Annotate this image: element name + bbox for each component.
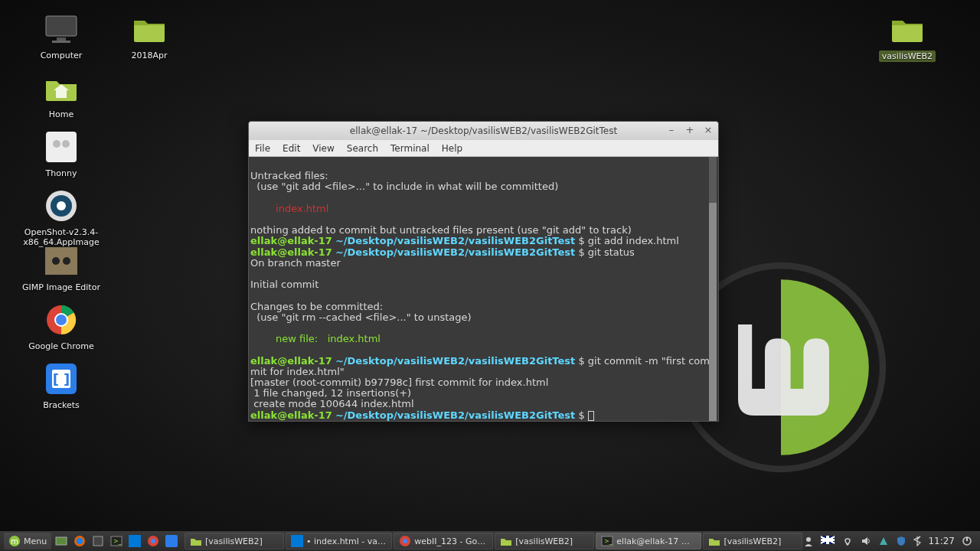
menu-terminal[interactable]: Terminal [390, 143, 430, 154]
menu-help[interactable]: Help [442, 143, 462, 154]
svg-point-29 [151, 539, 155, 543]
mint-menu-icon: m [8, 535, 21, 547]
label: 2018Apr [131, 51, 167, 60]
label: Home [49, 109, 74, 119]
chrome-icon [147, 535, 159, 547]
scrollbar[interactable] [709, 157, 717, 421]
menu-file[interactable]: File [255, 143, 270, 154]
chrome-icon [43, 302, 80, 338]
folder-icon [889, 11, 926, 47]
volume-icon[interactable] [861, 536, 871, 546]
keyboard-layout-indicator[interactable] [821, 536, 835, 546]
cursor [588, 411, 594, 421]
show-desktop-button[interactable] [53, 533, 70, 549]
svg-rect-3 [52, 41, 70, 43]
svg-point-6 [62, 140, 70, 148]
minimize-button[interactable]: – [666, 124, 677, 135]
svg-rect-24 [93, 536, 103, 546]
launcher-terminal[interactable]: >_ [108, 533, 125, 549]
label: ellak@ellak-17 ~/… [616, 536, 696, 546]
wifi-icon[interactable] [841, 536, 854, 546]
menu-view[interactable]: View [312, 143, 334, 154]
launcher-vscode[interactable] [126, 533, 143, 549]
svg-point-33 [403, 539, 407, 543]
svg-text:>_: >_ [604, 538, 613, 545]
clock[interactable]: 11:27 [928, 536, 955, 546]
taskbar-window-2[interactable]: • index.html - vas… [286, 533, 392, 549]
svg-point-37 [847, 543, 849, 546]
label: [vasilisWEB2] [724, 536, 781, 546]
menu-edit[interactable]: Edit [283, 143, 300, 154]
desktop-icon-vasilisweb2[interactable]: vasilisWEB2 [873, 8, 942, 65]
taskbar-window-1[interactable]: [vasilisWEB2] [185, 533, 284, 549]
desktop-icon-openshot[interactable]: OpenShot-v2.3.4-x86_64.AppImage [11, 184, 111, 250]
label: GIMP Image Editor [22, 282, 100, 292]
vscode-icon [129, 535, 141, 547]
terminal-body[interactable]: Untracked files: (use "git add <file>...… [249, 157, 718, 421]
launcher-chrome[interactable] [145, 533, 162, 549]
session-icon[interactable] [962, 536, 972, 546]
svg-text:>_: >_ [113, 538, 122, 545]
desktop-icon-brackets[interactable]: [ ] Brackets [11, 357, 111, 413]
svg-point-15 [56, 315, 67, 325]
svg-rect-10 [45, 247, 77, 275]
thonny-icon [43, 129, 80, 165]
svg-point-5 [53, 140, 60, 148]
chrome-icon [399, 535, 411, 547]
label: Computer [41, 51, 83, 60]
svg-text:[ ]: [ ] [53, 371, 70, 387]
desktop-icon-2018apr[interactable]: 2018Apr [100, 8, 199, 64]
label: webII_123 - Goo… [414, 536, 488, 546]
label: Thonny [46, 168, 77, 178]
svg-point-12 [63, 257, 70, 265]
window-title: ellak@ellak-17 ~/Desktop/vasilisWEB2/vas… [350, 126, 617, 136]
close-button[interactable]: × [703, 124, 714, 135]
taskbar-window-6[interactable]: [vasilisWEB2] [703, 533, 802, 549]
updates-icon[interactable] [878, 536, 889, 546]
monitor-icon [43, 11, 80, 47]
desktop-icon [55, 535, 67, 547]
menu-search[interactable]: Search [347, 143, 378, 154]
svg-point-9 [57, 201, 66, 210]
taskbar-window-3[interactable]: webII_123 - Goo… [394, 533, 493, 549]
desktop-icon-computer[interactable]: Computer [11, 8, 111, 64]
desktop-icon-chrome[interactable]: Google Chrome [11, 298, 111, 354]
svg-rect-1 [46, 16, 77, 36]
taskbar-window-5[interactable]: >_ellak@ellak-17 ~/… [596, 533, 701, 549]
label: Brackets [43, 400, 80, 410]
desktop-icon-home[interactable]: Home [11, 67, 111, 122]
vscode-icon [291, 535, 303, 547]
svg-rect-2 [57, 37, 66, 41]
terminal-icon: >_ [601, 535, 613, 547]
svg-rect-27 [129, 535, 141, 547]
label: [vasilisWEB2] [205, 536, 263, 546]
line: Untracked files: (use "git add <file>...… [250, 160, 717, 421]
bluetooth-icon[interactable] [913, 536, 921, 546]
label: vasilisWEB2 [879, 51, 936, 62]
brackets-icon [165, 535, 178, 547]
brackets-icon: [ ] [43, 360, 80, 397]
titlebar[interactable]: ellak@ellak-17 ~/Desktop/vasilisWEB2/vas… [249, 122, 718, 140]
files-icon [92, 535, 104, 547]
launcher-firefox[interactable] [71, 533, 88, 549]
taskbar: m Menu >_ [vasilisWEB2] • index.html - v… [0, 531, 980, 551]
menubar: File Edit View Search Terminal Help [249, 140, 718, 157]
shield-icon[interactable] [896, 536, 906, 546]
system-tray: 11:27 [803, 536, 977, 546]
svg-point-11 [52, 257, 60, 265]
user-icon[interactable] [803, 536, 814, 546]
launcher-brackets[interactable] [163, 533, 180, 549]
desktop-icon-thonny[interactable]: Thonny [11, 126, 111, 181]
folder-icon [131, 11, 168, 47]
folder-icon [708, 535, 720, 547]
maximize-button[interactable]: + [684, 124, 695, 135]
svg-rect-31 [291, 535, 303, 547]
svg-point-23 [77, 538, 83, 544]
menu-button[interactable]: m Menu [4, 533, 51, 549]
desktop-icon-gimp[interactable]: GIMP Image Editor [11, 240, 111, 295]
svg-point-36 [806, 537, 811, 542]
launcher-files[interactable] [90, 533, 106, 549]
label: Menu [24, 536, 47, 546]
taskbar-window-4[interactable]: [vasilisWEB2] [495, 533, 594, 549]
gimp-icon [43, 243, 80, 279]
